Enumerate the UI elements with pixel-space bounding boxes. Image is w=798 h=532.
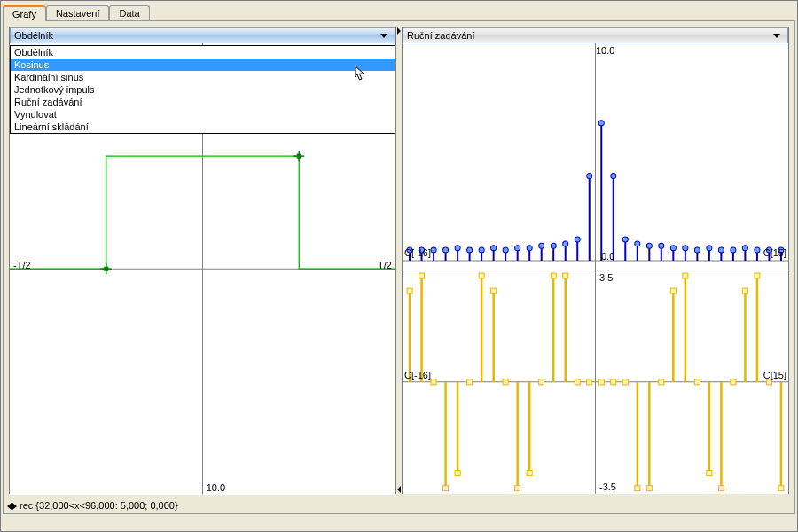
svg-rect-115	[635, 486, 640, 491]
svg-rect-111	[611, 379, 616, 385]
svg-rect-105	[575, 379, 580, 385]
svg-rect-95	[515, 486, 520, 491]
option-kosinus[interactable]: Kosinus	[11, 59, 395, 71]
svg-point-47	[622, 237, 628, 242]
svg-rect-121	[670, 288, 676, 293]
coeff-mode-value: Ruční zadávání	[407, 30, 770, 41]
svg-rect-83	[443, 486, 449, 491]
chevron-right-icon	[12, 503, 17, 510]
signal-type-value: Obdélník	[14, 30, 377, 41]
svg-rect-81	[431, 379, 436, 385]
x-axis-left-label: C[-16]	[404, 247, 431, 258]
svg-rect-85	[455, 471, 460, 476]
right-pane: Ruční zadávání 10.0 0.0 C[-16] C[15] 3.5…	[402, 27, 789, 494]
tab-nastaveni[interactable]: Nastavení	[46, 5, 110, 20]
tab-body: Obdélník Obdélník Kosinus Kardinální sin…	[3, 20, 795, 514]
svg-point-65	[731, 247, 736, 253]
svg-point-55	[670, 246, 676, 251]
svg-point-27	[503, 247, 508, 253]
svg-rect-119	[659, 379, 664, 385]
svg-rect-131	[731, 379, 736, 385]
svg-point-21	[467, 247, 473, 253]
svg-rect-87	[467, 379, 473, 385]
svg-rect-77	[407, 288, 412, 293]
svg-point-37	[563, 241, 568, 246]
svg-point-67	[742, 246, 747, 251]
option-obdelnik[interactable]: Obdélník	[11, 46, 395, 59]
svg-rect-89	[479, 273, 484, 278]
tab-grafy[interactable]: Grafy	[3, 5, 46, 21]
option-linearni-skladani[interactable]: Lineární skládání	[11, 121, 395, 133]
x-axis-right-label: C[15]	[763, 247, 786, 258]
x-axis-left-label: C[-16]	[404, 370, 431, 380]
coeff-mode-combo[interactable]: Ruční zadávání	[403, 27, 788, 43]
svg-rect-4	[104, 267, 108, 271]
y-axis-top-label: 10.0	[596, 45, 614, 56]
svg-rect-103	[563, 273, 568, 278]
svg-rect-99	[539, 379, 544, 385]
svg-point-51	[646, 243, 652, 248]
svg-point-19	[455, 246, 460, 251]
svg-rect-109	[598, 379, 604, 385]
svg-rect-79	[419, 273, 425, 278]
x-axis-right-label: C[15]	[763, 370, 786, 380]
svg-rect-129	[718, 486, 724, 491]
svg-rect-101	[551, 273, 556, 278]
svg-rect-135	[755, 273, 760, 278]
svg-point-23	[479, 247, 484, 253]
signal-type-combo[interactable]: Obdélník Obdélník Kosinus Kardinální sin…	[10, 27, 395, 43]
signal-type-dropdown[interactable]: Obdélník Kosinus Kardinální sinus Jednot…	[10, 45, 395, 134]
cursor-icon	[355, 66, 365, 82]
option-rucni-zadavani[interactable]: Ruční zadávání	[11, 96, 395, 108]
svg-point-63	[718, 247, 724, 253]
svg-point-53	[659, 243, 664, 248]
status-scroller[interactable]	[7, 503, 18, 510]
tab-data[interactable]: Data	[109, 5, 149, 20]
left-pane: Obdélník Obdélník Kosinus Kardinální sin…	[9, 27, 396, 494]
chevron-down-icon[interactable]	[377, 28, 391, 43]
splitter: Obdélník Obdélník Kosinus Kardinální sin…	[9, 27, 789, 494]
svg-point-61	[707, 246, 712, 251]
svg-point-43	[598, 121, 604, 126]
x-axis-right-label: T/2	[378, 260, 392, 270]
real-coeff-plot[interactable]: 10.0 0.0 C[-16] C[15]	[403, 43, 788, 270]
svg-rect-125	[694, 379, 700, 385]
tab-strip: Grafy Nastavení Data	[1, 1, 797, 20]
chevron-left-icon	[397, 486, 401, 493]
chevron-down-icon[interactable]	[770, 28, 784, 43]
svg-rect-123	[683, 273, 688, 278]
svg-rect-113	[622, 379, 628, 385]
svg-rect-93	[503, 379, 508, 385]
svg-rect-139	[778, 486, 784, 491]
option-vynulovat[interactable]: Vynulovat	[11, 108, 395, 121]
svg-point-17	[443, 247, 449, 253]
svg-point-69	[755, 247, 760, 253]
svg-rect-117	[646, 486, 652, 491]
chevron-right-icon	[397, 27, 401, 35]
svg-point-39	[575, 237, 580, 242]
svg-rect-97	[527, 471, 532, 476]
svg-point-31	[527, 246, 532, 251]
svg-rect-133	[742, 288, 747, 293]
chevron-left-icon	[7, 503, 12, 510]
status-text: rec {32,000<x<96,000: 5,000; 0,000}	[20, 500, 178, 511]
option-kardinalni-sinus[interactable]: Kardinální sinus	[11, 71, 395, 83]
y-axis-zero-label: 0.0	[601, 251, 614, 262]
svg-point-45	[611, 173, 616, 178]
option-jednotkovy-impuls[interactable]: Jednotkový impuls	[11, 83, 395, 96]
svg-point-49	[635, 241, 640, 246]
svg-point-15	[431, 247, 436, 253]
y-axis-bottom-label: -3.5	[599, 481, 616, 492]
app-window: Grafy Nastavení Data Obdélník Obdélník K…	[0, 0, 798, 532]
imag-coeff-plot[interactable]: 3.5 -3.5 C[-16] C[15]	[403, 270, 788, 494]
svg-point-25	[491, 246, 497, 251]
y-axis-bottom-label: -10.0	[203, 482, 225, 493]
svg-rect-7	[297, 154, 301, 159]
svg-rect-107	[587, 379, 592, 385]
y-axis-top-label: 3.5	[599, 272, 613, 283]
svg-point-35	[551, 243, 556, 248]
svg-point-59	[694, 247, 700, 253]
svg-point-29	[515, 246, 520, 251]
x-axis-left-label: -T/2	[13, 260, 31, 270]
svg-rect-127	[707, 471, 712, 476]
